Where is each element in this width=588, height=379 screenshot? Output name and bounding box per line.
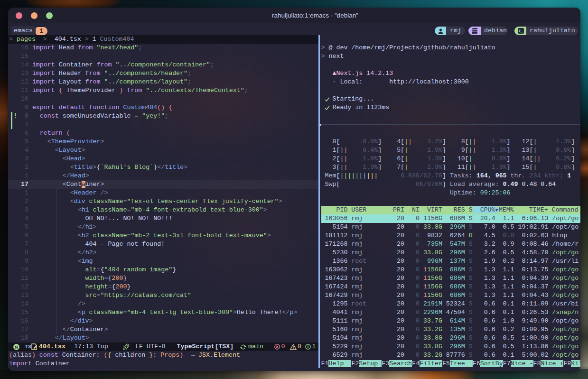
svg-text:N: N	[15, 344, 18, 349]
